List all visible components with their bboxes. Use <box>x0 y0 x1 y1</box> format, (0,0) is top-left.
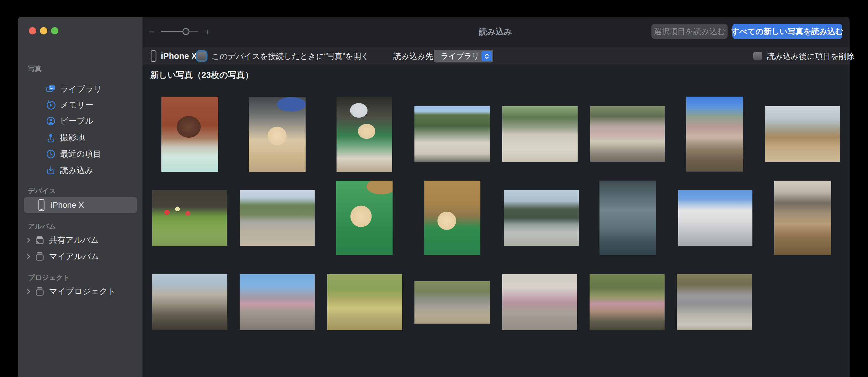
close-button[interactable] <box>29 27 36 34</box>
photo-white-plum-tree[interactable] <box>152 274 227 330</box>
sidebar-item-label: ライブラリ <box>60 84 102 95</box>
photo-hamster-face[interactable] <box>249 97 306 172</box>
photo-hamster-fence[interactable] <box>337 97 392 172</box>
toolbar: − + 読み込み 選択項目を読み込む すべての新しい写真を読み込む <box>143 17 849 47</box>
thumbnail-zoom-control: − + <box>149 17 210 47</box>
sidebar-item-memories[interactable]: メモリー <box>24 98 137 112</box>
import-destination-label: 読み込み先: <box>394 47 435 65</box>
zoom-in-button[interactable]: + <box>204 27 210 37</box>
import-destination-select[interactable]: ライブラリ <box>434 50 493 62</box>
device-bar: iPhone X このデバイスを接続したときに“写真”を開く 読み込み先: ライ… <box>143 47 849 65</box>
iphone-icon <box>36 199 47 212</box>
photo-plum-garden[interactable] <box>686 97 743 171</box>
photo-flower-pots-railing[interactable] <box>590 274 664 330</box>
chevron-right-icon[interactable] <box>26 237 34 243</box>
memories-icon <box>45 100 56 110</box>
sidebar-item-label: メモリー <box>60 99 93 111</box>
places-icon <box>45 133 56 143</box>
photo-fish-school-tank[interactable] <box>599 181 656 255</box>
window-title: 読み込み <box>452 17 539 47</box>
sidebar-item-library[interactable]: ライブラリ <box>24 82 137 96</box>
sidebar-item-my-albums[interactable]: マイアルバム <box>24 250 137 263</box>
library-icon <box>45 84 56 94</box>
photo-hamster-green-mat[interactable] <box>336 181 393 255</box>
photo-village-road[interactable] <box>414 106 490 162</box>
screenshot-root: 写真 ライブラリ メモリー ピープル <box>0 0 868 377</box>
sidebar-section-projects: プロジェクト <box>28 273 70 282</box>
photo-tulip-garden[interactable] <box>152 190 227 246</box>
iphone-icon <box>150 50 157 62</box>
import-all-button[interactable]: すべての新しい写真を読み込む <box>732 24 842 39</box>
sidebar-section-devices: デバイス <box>28 186 56 195</box>
photo-wall-pink-blossom[interactable] <box>502 274 577 330</box>
sidebar-item-label: マイプロジェクト <box>49 286 116 297</box>
sidebar-item-my-projects[interactable]: マイプロジェクト <box>24 285 137 298</box>
sidebar-item-shared-albums[interactable]: 共有アルバム <box>24 233 137 247</box>
photo-valley-town-view[interactable] <box>240 190 315 246</box>
device-name: iPhone X <box>161 47 197 65</box>
minimize-button[interactable] <box>40 27 47 34</box>
photo-plum-town[interactable] <box>590 106 665 162</box>
recents-icon <box>45 149 56 159</box>
chevron-right-icon[interactable] <box>26 289 34 294</box>
delete-after-import-label: 読み込み後に項目を削除 <box>767 47 855 65</box>
album-icon <box>34 252 45 261</box>
open-photos-label: このデバイスを接続したときに“写真”を開く <box>212 47 369 65</box>
sidebar-item-label: 読み込み <box>60 165 93 176</box>
people-icon <box>45 116 56 126</box>
photo-hamster-in-house[interactable] <box>161 97 218 172</box>
photo-daffodil-field[interactable] <box>327 274 402 330</box>
zoom-out-button[interactable]: − <box>149 27 154 37</box>
photo-stone-monument-steps[interactable] <box>414 281 490 324</box>
sidebar-section-albums: アルバム <box>28 222 56 230</box>
sidebar-item-label: iPhone X <box>51 200 84 210</box>
photo-flower-gate[interactable] <box>765 106 840 162</box>
sidebar-section-photos: 写真 <box>28 64 42 73</box>
sidebar-item-label: ピープル <box>60 116 93 127</box>
photo-white-building[interactable] <box>678 190 752 246</box>
delete-after-import-checkbox[interactable] <box>753 52 762 60</box>
sidebar-item-people[interactable]: ピープル <box>24 115 137 128</box>
chevron-right-icon[interactable] <box>26 254 34 259</box>
import-icon <box>45 165 56 176</box>
photo-stone-graves[interactable] <box>677 274 752 330</box>
sidebar-item-import[interactable]: 読み込み <box>24 164 137 177</box>
sidebar-item-iphone-x[interactable]: iPhone X <box>24 197 137 213</box>
sidebar-item-recents[interactable]: 最近の項目 <box>24 147 137 161</box>
sidebar-item-label: 最近の項目 <box>60 149 101 160</box>
open-photos-checkbox[interactable] <box>197 52 206 60</box>
photo-hamster-wood-house[interactable] <box>424 181 480 255</box>
zoom-slider-fill <box>161 31 186 32</box>
chevron-up-down-icon <box>482 51 492 61</box>
sidebar-item-places[interactable]: 撮影地 <box>24 131 137 145</box>
photo-pink-blossom-branches[interactable] <box>240 274 315 330</box>
photo-rice-fields[interactable] <box>502 106 578 162</box>
shared-album-icon <box>34 235 45 245</box>
sidebar: 写真 ライブラリ メモリー ピープル <box>18 17 143 377</box>
sidebar-item-label: マイアルバム <box>49 251 99 262</box>
import-destination-value: ライブラリ <box>441 51 479 61</box>
photo-balcony-sunset-view[interactable] <box>774 181 831 255</box>
project-icon <box>34 287 45 296</box>
sidebar-item-label: 共有アルバム <box>49 234 99 246</box>
zoom-slider-thumb[interactable] <box>182 28 189 35</box>
zoom-window-button[interactable] <box>51 27 58 34</box>
sidebar-item-label: 撮影地 <box>60 132 85 143</box>
zoom-slider[interactable] <box>161 31 198 32</box>
photo-coast-rocks[interactable] <box>504 190 579 246</box>
import-selected-button[interactable]: 選択項目を読み込む <box>651 24 727 39</box>
new-photos-header: 新しい写真（23枚の写真） <box>150 69 253 81</box>
